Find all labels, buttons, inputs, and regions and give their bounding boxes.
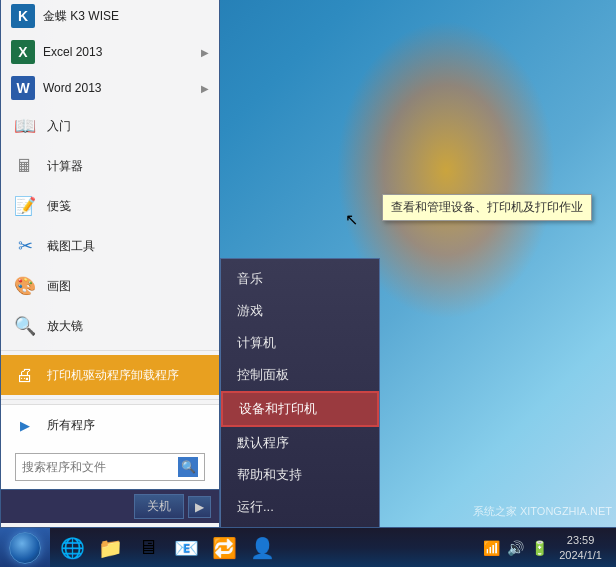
intro-icon: 📖 xyxy=(11,112,39,140)
menu-item-snip[interactable]: ✂ 截图工具 xyxy=(1,226,219,266)
systray-battery[interactable]: 🔋 xyxy=(529,538,549,558)
start-menu-body: 🖥 远程桌面连接 ▶ 💼 管理我的手机 K 金蝶 K3 WISE X Excel… xyxy=(1,0,219,527)
start-menu-left: 🖥 远程桌面连接 ▶ 💼 管理我的手机 K 金蝶 K3 WISE X Excel… xyxy=(1,0,219,527)
submenu-games-label: 游戏 xyxy=(237,302,263,320)
menu-item-snip-label: 截图工具 xyxy=(47,238,209,255)
menu-item-intro[interactable]: 📖 入门 xyxy=(1,106,219,146)
menu-item-calc[interactable]: 🖩 计算器 xyxy=(1,146,219,186)
all-programs-row[interactable]: ▶ 所有程序 xyxy=(1,404,219,445)
excel-icon: X xyxy=(11,40,35,64)
submenu-item-run[interactable]: 运行... xyxy=(221,491,379,523)
menu-item-magnify-label: 放大镜 xyxy=(47,318,209,335)
printer-driver-icon: 🖨 xyxy=(11,361,39,389)
magnify-icon: 🔍 xyxy=(11,312,39,340)
submenu-item-help-support[interactable]: 帮助和支持 xyxy=(221,459,379,491)
submenu-run-label: 运行... xyxy=(237,498,274,516)
menu-item-printer-driver[interactable]: 🖨 打印机驱动程序卸载程序 xyxy=(1,355,219,395)
start-orb xyxy=(9,532,41,564)
submenu-control-panel-label: 控制面板 xyxy=(237,366,289,384)
search-bar[interactable]: 🔍 xyxy=(15,453,205,481)
tooltip: 查看和管理设备、打印机及打印作业 xyxy=(382,194,592,221)
submenu-computer-label: 计算机 xyxy=(237,334,276,352)
menu-divider xyxy=(1,350,219,351)
menu-item-word[interactable]: W Word 2013 ▶ xyxy=(1,70,219,106)
menu-item-word-label: Word 2013 xyxy=(43,81,193,95)
snip-icon: ✂ xyxy=(11,232,39,260)
menu-item-excel-label: Excel 2013 xyxy=(43,45,193,59)
search-container: 🔍 xyxy=(1,445,219,489)
all-programs-icon: ▶ xyxy=(11,411,39,439)
shutdown-arrow-button[interactable]: ▶ xyxy=(188,496,211,518)
submenu-item-computer[interactable]: 计算机 xyxy=(221,327,379,359)
notepad-icon: 📝 xyxy=(11,192,39,220)
submenu-help-support-label: 帮助和支持 xyxy=(237,466,302,484)
menu-item-kingdee-label: 金蝶 K3 WISE xyxy=(43,8,209,25)
submenu-item-default-programs[interactable]: 默认程序 xyxy=(221,427,379,459)
taskbar-icon-monitor[interactable]: 🖥 xyxy=(130,530,166,566)
all-programs-label: 所有程序 xyxy=(47,417,209,434)
taskbar-icon-sync[interactable]: 🔁 xyxy=(206,530,242,566)
arrow-icon-excel: ▶ xyxy=(201,47,209,58)
submenu-item-music[interactable]: 音乐 xyxy=(221,263,379,295)
taskbar-icons: 🌐 📁 🖥 📧 🔁 👤 xyxy=(50,530,473,566)
submenu-music-label: 音乐 xyxy=(237,270,263,288)
paint-icon: 🎨 xyxy=(11,272,39,300)
submenu-default-programs-label: 默认程序 xyxy=(237,434,289,452)
search-button[interactable]: 🔍 xyxy=(178,457,198,477)
submenu-item-control-panel[interactable]: 控制面板 xyxy=(221,359,379,391)
menu-item-calc-label: 计算器 xyxy=(47,158,209,175)
menu-item-paint[interactable]: 🎨 画图 xyxy=(1,266,219,306)
menu-item-notepad[interactable]: 📝 便笺 xyxy=(1,186,219,226)
cursor: ↖ xyxy=(345,210,358,229)
watermark-text: 系统之家 XITONGZHIA.NET xyxy=(473,505,612,517)
tooltip-text: 查看和管理设备、打印机及打印作业 xyxy=(391,200,583,214)
taskbar-icon-mail[interactable]: 📧 xyxy=(168,530,204,566)
taskbar-icon-folder[interactable]: 📁 xyxy=(92,530,128,566)
systray-sound[interactable]: 🔊 xyxy=(505,538,525,558)
submenu-devices-printers-label: 设备和打印机 xyxy=(239,400,317,418)
menu-item-paint-label: 画图 xyxy=(47,278,209,295)
start-menu: 👤 用户 🖥 远程桌面连接 ▶ 💼 管理我的手机 K 金蝶 K3 WISE xyxy=(0,0,220,527)
word-icon: W xyxy=(11,76,35,100)
taskbar-icon-user[interactable]: 👤 xyxy=(244,530,280,566)
menu-item-excel[interactable]: X Excel 2013 ▶ xyxy=(1,34,219,70)
taskbar-icon-ie[interactable]: 🌐 xyxy=(54,530,90,566)
start-button[interactable] xyxy=(0,528,50,568)
start-menu-footer: 关机 ▶ xyxy=(1,489,219,523)
menu-item-kingdee[interactable]: K 金蝶 K3 WISE xyxy=(1,0,219,34)
desktop: 👤 用户 🖥 远程桌面连接 ▶ 💼 管理我的手机 K 金蝶 K3 WISE xyxy=(0,0,616,567)
menu-item-intro-label: 入门 xyxy=(47,118,209,135)
menu-item-printer-driver-label: 打印机驱动程序卸载程序 xyxy=(47,367,209,384)
clock[interactable]: 23:592024/1/1 xyxy=(553,533,608,562)
taskbar-right: 📶 🔊 🔋 23:592024/1/1 xyxy=(473,533,616,562)
submenu-item-games[interactable]: 游戏 xyxy=(221,295,379,327)
search-input[interactable] xyxy=(22,460,174,474)
menu-item-notepad-label: 便笺 xyxy=(47,198,209,215)
kingdee-icon: K xyxy=(11,4,35,28)
menu-divider-2 xyxy=(1,399,219,400)
systray-network[interactable]: 📶 xyxy=(481,538,501,558)
calc-icon: 🖩 xyxy=(11,152,39,180)
arrow-icon-word: ▶ xyxy=(201,83,209,94)
system-submenu: 音乐 游戏 计算机 控制面板 设备和打印机 默认程序 帮助和支持 运行... xyxy=(220,258,380,527)
taskbar: 🌐 📁 🖥 📧 🔁 👤 📶 🔊 🔋 23:592024/1/1 xyxy=(0,527,616,567)
watermark: 系统之家 XITONGZHIA.NET xyxy=(473,504,612,519)
menu-item-magnify[interactable]: 🔍 放大镜 xyxy=(1,306,219,346)
shutdown-button[interactable]: 关机 xyxy=(134,494,184,519)
submenu-item-devices-printers[interactable]: 设备和打印机 xyxy=(221,391,379,427)
